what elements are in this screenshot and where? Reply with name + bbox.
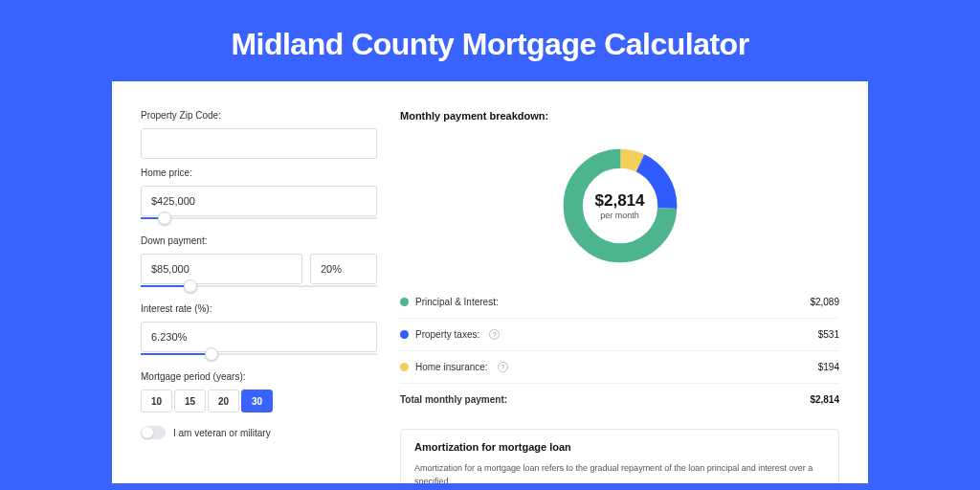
down-payment-pct-input[interactable] [310, 254, 377, 284]
veteran-toggle[interactable] [141, 426, 166, 439]
legend-label-taxes: Property taxes: [415, 329, 479, 340]
legend-label-total: Total monthly payment: [400, 394, 507, 405]
zip-field: Property Zip Code: [141, 110, 377, 159]
info-icon[interactable]: ? [498, 362, 508, 372]
legend-row-insurance: Home insurance: ? $194 [400, 351, 839, 384]
interest-label: Interest rate (%): [141, 303, 377, 314]
home-price-field: Home price: [141, 167, 377, 227]
interest-field: Interest rate (%): [141, 303, 377, 363]
calculator-card: Property Zip Code: Home price: Down paym… [112, 81, 868, 483]
period-options: 10 15 20 30 [141, 390, 377, 412]
legend-val-total: $2,814 [810, 394, 839, 405]
period-btn-30[interactable]: 30 [241, 390, 273, 412]
home-price-input[interactable] [141, 186, 377, 216]
donut-center-value: $2,814 [595, 191, 645, 211]
donut-block: $2,814 per month [400, 129, 839, 282]
interest-slider[interactable] [141, 351, 377, 363]
down-payment-label: Down payment: [141, 235, 377, 246]
legend-val-insurance: $194 [818, 362, 839, 372]
period-field: Mortgage period (years): 10 15 20 30 [141, 371, 377, 412]
zip-input[interactable] [141, 128, 377, 159]
down-payment-slider[interactable] [141, 283, 377, 295]
donut-center-sub: per month [600, 211, 639, 220]
legend-row-principal: Principal & Interest: $2,089 [400, 286, 839, 319]
legend-row-total: Total monthly payment: $2,814 [400, 384, 839, 415]
breakdown-column: Monthly payment breakdown: $2,814 p [400, 110, 839, 474]
period-btn-10[interactable]: 10 [141, 390, 172, 412]
zip-label: Property Zip Code: [141, 110, 377, 121]
legend-val-taxes: $531 [818, 329, 839, 340]
dot-insurance [400, 363, 409, 371]
period-label: Mortgage period (years): [141, 371, 377, 382]
veteran-row: I am veteran or military [141, 426, 377, 439]
dot-principal [400, 298, 409, 306]
breakdown-title: Monthly payment breakdown: [400, 110, 839, 122]
legend: Principal & Interest: $2,089 Property ta… [400, 286, 839, 415]
period-btn-15[interactable]: 15 [174, 390, 206, 412]
form-column: Property Zip Code: Home price: Down paym… [141, 110, 377, 474]
donut-chart: $2,814 per month [558, 144, 682, 268]
amortization-title: Amortization for mortgage loan [414, 441, 825, 453]
home-price-slider[interactable] [141, 215, 377, 227]
interest-input[interactable] [141, 322, 377, 352]
down-payment-input[interactable] [141, 254, 302, 284]
legend-row-taxes: Property taxes: ? $531 [400, 319, 839, 351]
period-btn-20[interactable]: 20 [208, 390, 239, 412]
legend-val-principal: $2,089 [810, 297, 839, 307]
info-icon[interactable]: ? [489, 329, 500, 340]
dot-taxes [400, 330, 409, 339]
down-payment-field: Down payment: [141, 235, 377, 295]
page-title: Midland County Mortgage Calculator [112, 0, 868, 81]
legend-label-insurance: Home insurance: [415, 362, 488, 372]
home-price-label: Home price: [141, 167, 377, 178]
legend-label-principal: Principal & Interest: [415, 297, 499, 307]
amortization-text: Amortization for a mortgage loan refers … [414, 462, 825, 483]
amortization-box: Amortization for mortgage loan Amortizat… [400, 429, 839, 483]
veteran-label: I am veteran or military [173, 428, 271, 438]
